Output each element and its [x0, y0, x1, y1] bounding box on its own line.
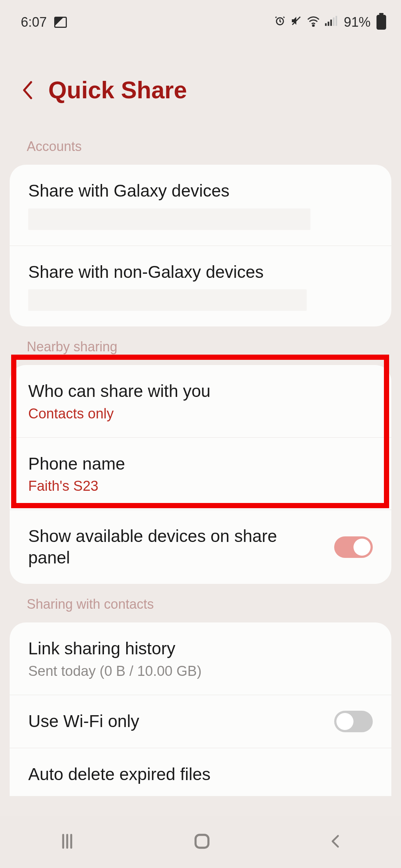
row-value: Faith's S23 — [28, 478, 373, 494]
picture-icon — [54, 17, 67, 28]
row-auto-delete[interactable]: Auto delete expired files — [10, 748, 391, 796]
svg-rect-7 — [196, 835, 209, 848]
row-share-non-galaxy[interactable]: Share with non-Galaxy devices — [10, 246, 391, 327]
card-accounts: Share with Galaxy devices Share with non… — [10, 165, 391, 326]
battery-icon — [376, 15, 386, 30]
header: Quick Share — [0, 36, 401, 126]
row-value: Contacts only — [28, 406, 373, 422]
redacted-value — [28, 208, 310, 230]
status-bar: 6:07 91% — [0, 0, 401, 36]
row-title: Show available devices on share panel — [28, 526, 319, 568]
status-right: 91% — [274, 14, 386, 30]
signal-icon — [325, 15, 337, 30]
toggle-wifi-only[interactable] — [334, 711, 373, 732]
row-title: Link sharing history — [28, 638, 373, 660]
page-title: Quick Share — [48, 76, 187, 104]
card-nearby: Who can share with you Contacts only Pho… — [10, 365, 391, 584]
wifi-icon — [307, 15, 320, 30]
row-who-can-share[interactable]: Who can share with you Contacts only — [10, 365, 391, 437]
row-phone-name[interactable]: Phone name Faith's S23 — [10, 437, 391, 510]
row-title: Phone name — [28, 453, 373, 475]
section-label-accounts: Accounts — [0, 126, 401, 165]
status-time: 6:07 — [21, 14, 47, 30]
row-show-available[interactable]: Show available devices on share panel — [10, 510, 391, 584]
back-nav-icon[interactable] — [327, 832, 343, 852]
toggle-show-available[interactable] — [334, 536, 373, 558]
row-share-galaxy[interactable]: Share with Galaxy devices — [10, 165, 391, 246]
svg-rect-3 — [327, 22, 329, 26]
mute-icon — [290, 15, 302, 30]
section-label-nearby: Nearby sharing — [0, 326, 401, 365]
svg-rect-4 — [330, 19, 332, 26]
row-title: Share with Galaxy devices — [28, 180, 373, 202]
svg-point-1 — [313, 24, 314, 26]
row-value: Sent today (0 B / 10.00 GB) — [28, 663, 373, 679]
home-icon[interactable] — [192, 832, 212, 852]
row-title: Who can share with you — [28, 381, 373, 402]
row-title: Use Wi-Fi only — [28, 711, 319, 732]
row-wifi-only[interactable]: Use Wi-Fi only — [10, 695, 391, 748]
section-label-contacts: Sharing with contacts — [0, 584, 401, 622]
navigation-bar — [0, 816, 401, 868]
svg-rect-6 — [336, 16, 337, 26]
back-icon[interactable] — [21, 80, 33, 100]
card-contacts: Link sharing history Sent today (0 B / 1… — [10, 622, 391, 796]
svg-rect-5 — [333, 17, 335, 26]
row-link-history[interactable]: Link sharing history Sent today (0 B / 1… — [10, 622, 391, 695]
alarm-icon — [274, 15, 286, 30]
status-left: 6:07 — [21, 14, 67, 30]
svg-rect-2 — [325, 23, 326, 26]
recents-icon[interactable] — [58, 832, 77, 852]
redacted-value — [28, 289, 307, 311]
row-title: Share with non-Galaxy devices — [28, 262, 373, 283]
battery-percent: 91% — [344, 14, 371, 30]
row-title: Auto delete expired files — [28, 764, 373, 785]
